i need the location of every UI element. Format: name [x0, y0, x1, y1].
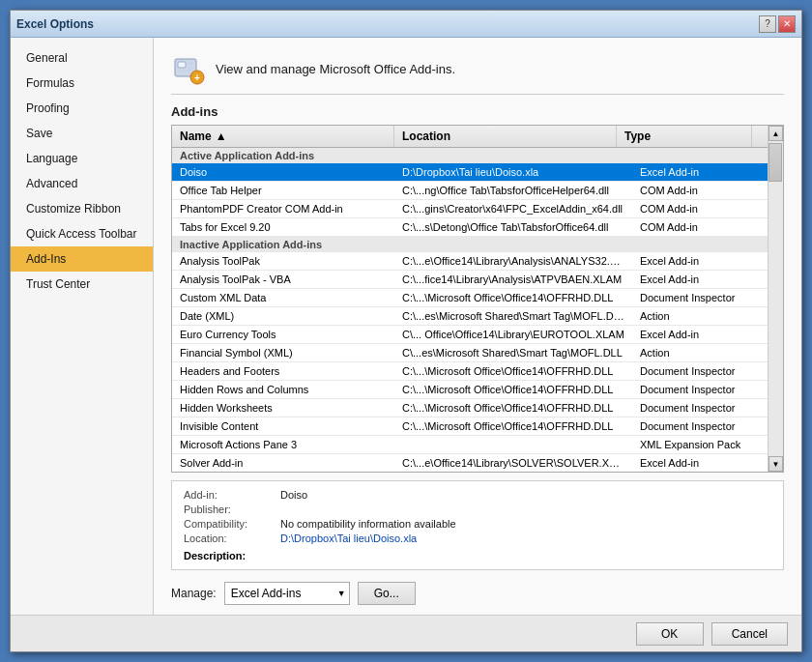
table-row[interactable]: Tabs for Excel 9.20 C:\...s\Detong\Offic… [172, 218, 768, 237]
row-type: Document Inspector [632, 362, 768, 380]
row-type: XML Expansion Pack [632, 436, 768, 453]
row-name: Doiso [172, 163, 394, 181]
info-row-location: Location: D:\Dropbox\Tai lieu\Doiso.xla [184, 532, 771, 544]
sidebar-item-save[interactable]: Save [11, 121, 153, 146]
row-location: C:\...\Microsoft Office\Office14\OFFRHD.… [394, 399, 632, 417]
sidebar-item-customize-ribbon[interactable]: Customize Ribbon [11, 196, 153, 221]
row-type: Excel Add-in [632, 326, 768, 343]
col-header-type: Type [617, 126, 752, 147]
scroll-up-button[interactable]: ▲ [768, 126, 783, 141]
scrollbar[interactable]: ▲ ▼ [768, 126, 783, 472]
row-name: Financial Symbol (XML) [172, 344, 394, 361]
col-header-location: Location [394, 126, 617, 147]
close-button[interactable]: ✕ [778, 15, 796, 33]
row-type: Excel Add-in [632, 271, 768, 288]
table-row[interactable]: Headers and Footers C:\...\Microsoft Off… [172, 362, 768, 381]
table-row[interactable]: Custom XML Data C:\...\Microsoft Office\… [172, 289, 768, 307]
sidebar-item-formulas[interactable]: Formulas [11, 71, 153, 96]
table-row[interactable]: PhantomPDF Creator COM Add-in C:\...gins… [172, 200, 768, 218]
row-type: Document Inspector [632, 289, 768, 306]
table-header: Name ▲ Location Type [172, 126, 768, 148]
scroll-thumb[interactable] [768, 143, 782, 182]
table-row[interactable]: Microsoft Actions Pane 3 XML Expansion P… [172, 436, 768, 454]
ok-button[interactable]: OK [636, 622, 704, 646]
row-name: Invisible Content [172, 417, 394, 435]
row-location: C:\...\Microsoft Office\Office14\OFFRHD.… [394, 289, 632, 306]
row-type: COM Add-in [632, 182, 768, 199]
manage-select[interactable]: Excel Add-ins [224, 582, 350, 605]
active-addins-header: Active Application Add-ins [172, 148, 768, 163]
content-area: General Formulas Proofing Save Language … [11, 38, 801, 615]
section-title: Add-ins [171, 104, 784, 119]
svg-rect-1 [178, 62, 186, 68]
table-row[interactable]: Analysis ToolPak - VBA C:\...fice14\Libr… [172, 271, 768, 289]
inactive-addins-header: Inactive Application Add-ins [172, 237, 768, 252]
row-location [394, 436, 632, 453]
row-location: C\...es\Microsoft Shared\Smart Tag\MOFL.… [394, 344, 632, 361]
table-row[interactable]: Date (XML) C:\...es\Microsoft Shared\Sma… [172, 307, 768, 326]
row-location: C:\...\Microsoft Office\Office14\OFFRHD.… [394, 417, 632, 435]
location-label: Location: [184, 532, 280, 544]
table-row[interactable]: Analysis ToolPak C:\...e\Office14\Librar… [172, 252, 768, 271]
row-type: Excel Add-in [632, 454, 768, 472]
row-location: D:\Dropbox\Tai lieu\Doiso.xla [394, 163, 632, 181]
table-body[interactable]: Active Application Add-ins Doiso D:\Drop… [172, 148, 768, 472]
row-name: Office Tab Helper [172, 182, 394, 199]
row-location: C:\...e\Office14\Library\SOLVER\SOLVER.X… [394, 454, 632, 472]
manage-label: Manage: [171, 587, 217, 600]
table-row[interactable]: Doiso D:\Dropbox\Tai lieu\Doiso.xla Exce… [172, 163, 768, 182]
row-location: C:\...s\Detong\Office Tab\TabsforOffice6… [394, 218, 632, 236]
addin-label: Add-in: [184, 489, 280, 501]
row-name: Analysis ToolPak [172, 252, 394, 270]
sidebar-item-advanced[interactable]: Advanced [11, 171, 153, 196]
row-location: C:\...e\Office14\Library\Analysis\ANALYS… [394, 252, 632, 270]
row-name: PhantomPDF Creator COM Add-in [172, 200, 394, 217]
row-name: Hidden Worksheets [172, 399, 394, 417]
row-location: C:\...gins\Creator\x64\FPC_ExcelAddin_x6… [394, 200, 632, 217]
table-row[interactable]: Invisible Content C:\...\Microsoft Offic… [172, 417, 768, 436]
row-name: Hidden Rows and Columns [172, 381, 394, 398]
svg-rect-4 [178, 70, 193, 72]
sidebar-item-language[interactable]: Language [11, 146, 153, 171]
scroll-track[interactable] [768, 141, 783, 456]
row-name: Tabs for Excel 9.20 [172, 218, 394, 236]
row-location: C:\...\Microsoft Office\Office14\OFFRHD.… [394, 362, 632, 380]
scroll-down-button[interactable]: ▼ [768, 456, 783, 472]
row-location: C:\...\Microsoft Office\Office14\OFFRHD.… [394, 381, 632, 398]
main-panel: + View and manage Microsoft Office Add-i… [154, 38, 801, 615]
manage-select-wrapper[interactable]: Excel Add-ins ▼ [224, 582, 350, 605]
row-name: Custom XML Data [172, 289, 394, 306]
row-location: C\... Office\Office14\Library\EUROTOOL.X… [394, 326, 632, 343]
titlebar-buttons: ? ✕ [759, 15, 796, 33]
table-row[interactable]: Euro Currency Tools C\... Office\Office1… [172, 326, 768, 344]
row-name: Euro Currency Tools [172, 326, 394, 343]
sidebar-item-general[interactable]: General [11, 45, 153, 71]
bottom-bar: Manage: Excel Add-ins ▼ Go... [171, 582, 784, 605]
cancel-button[interactable]: Cancel [711, 622, 788, 646]
row-location: C:\...fice14\Library\Analysis\ATPVBAEN.X… [394, 271, 632, 288]
row-location: C:\...ng\Office Tab\TabsforOfficeHelper6… [394, 182, 632, 199]
table-row[interactable]: Office Tab Helper C:\...ng\Office Tab\Ta… [172, 182, 768, 200]
sidebar-item-quick-access[interactable]: Quick Access Toolbar [11, 221, 153, 246]
table-row[interactable]: Hidden Worksheets C:\...\Microsoft Offic… [172, 399, 768, 417]
row-name: Date (XML) [172, 307, 394, 325]
sidebar-item-proofing[interactable]: Proofing [11, 96, 153, 121]
help-button[interactable]: ? [759, 15, 776, 33]
row-type: Excel Add-in [632, 163, 768, 181]
panel-header: + View and manage Microsoft Office Add-i… [171, 51, 784, 95]
addins-icon: + [171, 51, 206, 86]
table-row[interactable]: Hidden Rows and Columns C:\...\Microsoft… [172, 381, 768, 399]
addin-info-section: Add-in: Doiso Publisher: Compatibility: … [171, 480, 784, 570]
sidebar-item-trust-center[interactable]: Trust Center [11, 272, 153, 297]
info-row-compatibility: Compatibility: No compatibility informat… [184, 518, 771, 530]
table-row[interactable]: Solver Add-in C:\...e\Office14\Library\S… [172, 454, 768, 472]
info-row-publisher: Publisher: [184, 504, 771, 515]
table-row[interactable]: Financial Symbol (XML) C\...es\Microsoft… [172, 344, 768, 362]
row-type: COM Add-in [632, 218, 768, 236]
table-inner: Name ▲ Location Type Active Application … [172, 126, 768, 472]
svg-text:+: + [194, 72, 200, 83]
go-button[interactable]: Go... [358, 582, 416, 605]
sidebar-item-addins[interactable]: Add-Ins [11, 246, 153, 272]
row-name: Headers and Footers [172, 362, 394, 380]
publisher-label: Publisher: [184, 504, 280, 515]
